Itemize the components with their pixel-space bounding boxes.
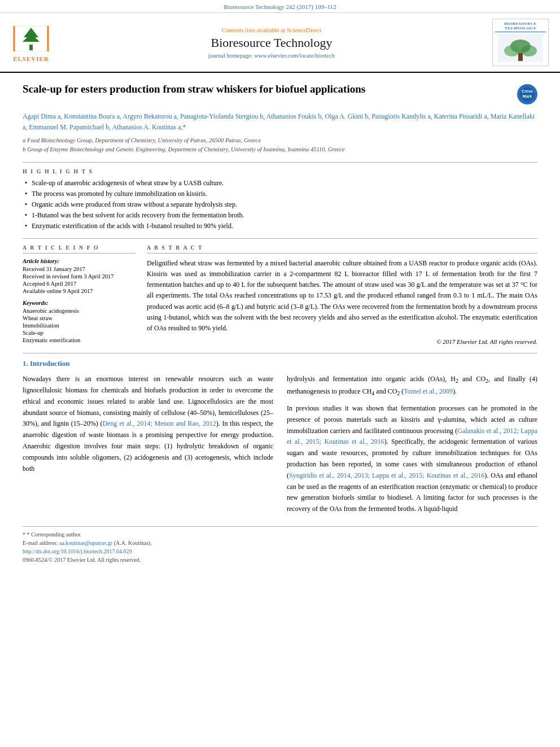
- highlights-header: H I G H L I G H T S: [23, 168, 537, 174]
- affiliation-a: a Food Biotechnology Group, Department o…: [23, 136, 537, 145]
- abstract-col: A B S T R A C T Delignified wheat straw …: [147, 244, 537, 345]
- corresponding-label: * Corresponding author.: [27, 531, 82, 538]
- intro-left-col: Nowadays there is an enormous interest o…: [23, 374, 273, 515]
- journal-homepage: journal homepage: www.elsevier.com/locat…: [51, 53, 492, 59]
- elsevier-logo: ELSEVIER: [11, 23, 51, 62]
- email-address[interactable]: aa.koutinas@upatras.gr: [59, 540, 114, 546]
- highlight-item-5: Enzymatic esterification of the acids wi…: [25, 222, 537, 230]
- highlight-item-3: Organic acids were produced from straw w…: [25, 200, 537, 209]
- highlight-item-1: Scale-up of anaerobic acidogenesis of wh…: [25, 179, 537, 187]
- history-label: Article history:: [23, 258, 135, 264]
- ref-galanakis[interactable]: Galanakis et al., 2012; Lappa et al., 20…: [287, 427, 537, 446]
- article-history: Article history: Received 31 January 201…: [23, 258, 135, 294]
- keyword-2: Wheat straw: [23, 315, 135, 321]
- history-item-3: Accepted 6 April 2017: [23, 281, 135, 287]
- article-title: Scale-up for esters production from stra…: [23, 82, 511, 97]
- article-info-abstract-row: A R T I C L E I N F O Article history: R…: [23, 244, 537, 345]
- affiliation-b: b Group of Enzyme Biotechnology and Gene…: [23, 145, 537, 154]
- svg-rect-1: [29, 45, 33, 50]
- journal-title-text: Bioresource Technology: [51, 36, 492, 50]
- crossmark-badge[interactable]: Cross Mark: [517, 84, 537, 104]
- svg-point-9: [521, 45, 537, 56]
- corresponding-note: * * Corresponding author.: [23, 531, 537, 538]
- top-bar: Bioresource Technology 242 (2017) 109–11…: [0, 0, 560, 13]
- email-name: (A.A. Koutinas).: [114, 540, 152, 546]
- keyword-5: Enzymatic esterification: [23, 337, 135, 343]
- keywords-section: Keywords: Anaerobic acidogenesis Wheat s…: [23, 300, 135, 343]
- doi-text[interactable]: http://dx.doi.org/10.1016/j.biortech.201…: [23, 548, 132, 554]
- keyword-4: Scale-up: [23, 330, 135, 336]
- article-info-header: A R T I C L E I N F O: [23, 244, 135, 254]
- doi-line: http://dx.doi.org/10.1016/j.biortech.201…: [23, 548, 537, 554]
- divider-1: [23, 162, 537, 163]
- introduction-section: 1. Introduction Nowadays there is an eno…: [23, 359, 537, 515]
- divider-2: [23, 238, 537, 239]
- intro-right-para-1: hydrolysis and fermentation into organic…: [287, 374, 537, 399]
- highlights-section: H I G H L I G H T S Scale-up of anaerobi…: [23, 168, 537, 230]
- ref-tomel[interactable]: Tomel et al., 2009: [404, 387, 453, 395]
- intro-right-col: hydrolysis and fermentation into organic…: [287, 374, 537, 515]
- main-content: Scale-up for esters production from stra…: [0, 73, 560, 574]
- svg-text:Mark: Mark: [523, 94, 532, 98]
- history-item-2: Received in revised form 3 April 2017: [23, 273, 135, 279]
- elsevier-label: ELSEVIER: [13, 55, 49, 62]
- history-item-4: Available online 9 April 2017: [23, 288, 135, 294]
- highlight-item-2: The process was promoted by culture immo…: [25, 190, 537, 198]
- corresponding-star: *: [23, 531, 27, 538]
- email-label: E-mail address:: [23, 540, 58, 546]
- highlights-list: Scale-up of anaerobic acidogenesis of wh…: [23, 179, 537, 230]
- divider-3: [23, 353, 537, 353]
- svg-text:Cross: Cross: [522, 89, 533, 93]
- article-info-col: A R T I C L E I N F O Article history: R…: [23, 244, 135, 345]
- history-item-1: Received 31 January 2017: [23, 266, 135, 272]
- journal-header: ELSEVIER Contents lists available at Sci…: [0, 13, 560, 73]
- sciencedirect-brand[interactable]: ScienceDirect: [287, 27, 322, 33]
- journal-header-center: Contents lists available at ScienceDirec…: [51, 27, 492, 59]
- keywords-label: Keywords:: [23, 300, 135, 306]
- journal-citation: Bioresource Technology 242 (2017) 109–11…: [224, 3, 336, 10]
- ref-deng[interactable]: Deng et al., 2014; Menon and Rao, 2012: [103, 420, 216, 427]
- article-title-row: Scale-up for esters production from stra…: [23, 82, 537, 104]
- authors-text: Agapi Dima a, Konstantina Boura a, Argyr…: [23, 112, 535, 131]
- copyright-notice: © 2017 Elsevier Ltd. All rights reserved…: [147, 338, 537, 345]
- affiliations: a Food Biotechnology Group, Department o…: [23, 136, 537, 154]
- intro-two-col: Nowadays there is an enormous interest o…: [23, 374, 537, 515]
- elsevier-tree-icon: [11, 23, 51, 54]
- abstract-text: Delignified wheat straw was fermented by…: [147, 258, 537, 334]
- intro-right-para-2: In previous studies it was shown that fe…: [287, 403, 537, 515]
- keyword-1: Anaerobic acidogenesis: [23, 308, 135, 314]
- bioresource-logo: BIORESOURCETECHNOLOGY: [492, 19, 549, 66]
- intro-left-para-1: Nowadays there is an enormous interest o…: [23, 374, 273, 474]
- keyword-3: Immobilization: [23, 322, 135, 329]
- authors-line: Agapi Dima a, Konstantina Boura a, Argyr…: [23, 111, 537, 133]
- svg-rect-10: [518, 53, 523, 61]
- email-line: E-mail address: aa.koutinas@upatras.gr (…: [23, 540, 537, 546]
- highlight-item-4: 1-Butanol was the best solvent for acids…: [25, 211, 537, 220]
- ref-syngiridis[interactable]: Syngiridis et al., 2014, 2013; Lappa et …: [289, 471, 484, 479]
- abstract-header: A B S T R A C T: [147, 244, 537, 254]
- intro-title: 1. Introduction: [23, 359, 537, 368]
- svg-point-8: [504, 45, 520, 56]
- footer-section: * * Corresponding author. E-mail address…: [23, 526, 537, 563]
- sciencedirect-notice: Contents lists available at ScienceDirec…: [51, 27, 492, 33]
- issn-line: 0960-8524/© 2017 Elsevier Ltd. All right…: [23, 557, 537, 563]
